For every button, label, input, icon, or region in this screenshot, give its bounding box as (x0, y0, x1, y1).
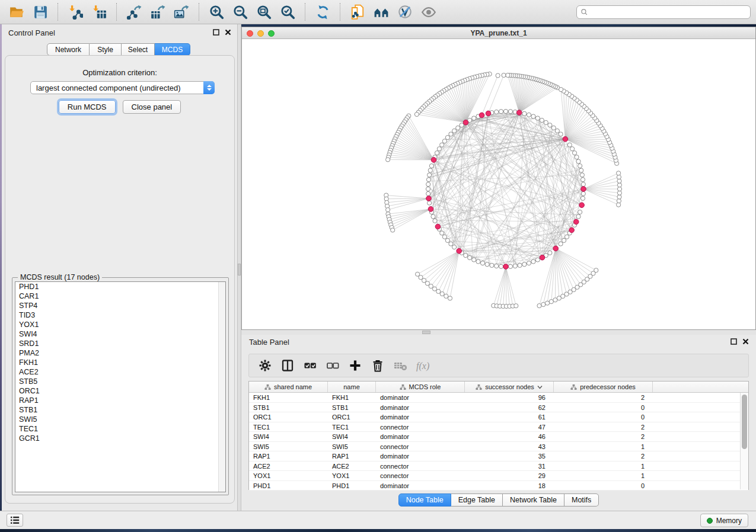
column-header-successor-nodes[interactable]: successor nodes (465, 382, 554, 392)
tab-select[interactable]: Select (122, 43, 155, 56)
column-type-icon (264, 384, 271, 390)
horizontal-splitter[interactable] (241, 330, 756, 335)
deselect-all-rows-button[interactable] (323, 356, 343, 375)
zoom-in-button[interactable] (208, 3, 225, 21)
table-row[interactable]: FKH1FKH1dominator962 (249, 393, 748, 403)
column-header-label: name (343, 383, 360, 390)
cell-name: TEC1 (328, 422, 376, 432)
vizmapper-toggle-button[interactable] (396, 3, 414, 21)
column-header-MCDS-role[interactable]: MCDS role (376, 382, 465, 392)
tab-style[interactable]: Style (90, 43, 122, 56)
cell-predecessor-nodes: 0 (554, 412, 653, 422)
table-row[interactable]: TEC1TEC1connector472 (249, 422, 748, 432)
mcds-result-node: STB1 (15, 405, 225, 415)
control-panel-float-button[interactable] (212, 28, 219, 36)
column-header-name[interactable]: name (328, 382, 376, 392)
export-network-button[interactable] (125, 3, 143, 21)
zoom-fit-button[interactable] (255, 3, 273, 21)
table-row[interactable]: SWI5SWI5connector431 (249, 442, 748, 452)
table-row[interactable]: RAP1RAP1dominator352 (249, 451, 748, 462)
search-input[interactable] (591, 7, 747, 18)
open-file-icon (9, 4, 24, 20)
import-table-button[interactable] (90, 3, 108, 21)
cell-successor-nodes: 96 (465, 393, 554, 402)
mcds-list-scrollbar[interactable] (218, 282, 225, 492)
table-row[interactable]: PHD1PHD1dominator180 (249, 481, 748, 491)
show-hide-button[interactable] (420, 3, 438, 21)
export-table-button[interactable] (149, 3, 167, 21)
column-type-icon (400, 384, 406, 390)
cell-name: PHD1 (328, 481, 376, 491)
create-column-button[interactable] (345, 356, 365, 375)
memory-button[interactable]: Memory (700, 514, 748, 527)
new-network-document-button[interactable] (349, 3, 366, 21)
table-row[interactable]: ORC1ORC1dominator610 (249, 412, 748, 422)
refresh-layout-button[interactable] (314, 3, 331, 21)
toggle-column-panel-button[interactable] (277, 356, 298, 375)
function-builder-icon: f(x) (416, 358, 430, 373)
network-graph[interactable] (242, 39, 755, 329)
splitter-grip[interactable] (422, 331, 430, 334)
table-row[interactable]: SWI4SWI4dominator462 (249, 432, 748, 442)
table-scrollbar-thumb[interactable] (742, 395, 747, 449)
splitter-grip[interactable] (238, 264, 241, 275)
mcds-result-node: ORC1 (15, 386, 225, 396)
tab-edge-table[interactable]: Edge Table (451, 493, 503, 507)
mcds-result-list[interactable]: PHD1CAR1STP4TID3YOX1SWI4SRD1PMA2FKH1ACE2… (15, 281, 226, 492)
close-panel-button[interactable]: Close panel (123, 100, 181, 114)
column-header-shared-name[interactable]: shared name (249, 382, 328, 392)
tab-node-table[interactable]: Node Table (398, 493, 451, 507)
network-canvas[interactable] (242, 39, 755, 329)
export-network-icon (126, 4, 142, 20)
mcds-result-node: GCR1 (15, 434, 225, 443)
zoom-out-button[interactable] (231, 3, 249, 21)
cell-predecessor-nodes: 0 (554, 481, 653, 491)
cell-shared-name: FKH1 (249, 393, 328, 402)
network-window-titlebar[interactable]: YPA_prune.txt_1 (242, 27, 755, 39)
cell-successor-nodes: 61 (465, 412, 554, 422)
cell-MCDS-role: connector (376, 462, 465, 471)
table-row[interactable]: YOX1YOX1connector291 (249, 471, 748, 481)
run-mcds-button[interactable]: Run MCDS (59, 100, 116, 114)
tab-mcds[interactable]: MCDS (155, 43, 190, 56)
mcds-result-node: PHD1 (15, 282, 225, 291)
cell-MCDS-role: connector (376, 471, 465, 480)
column-header-predecessor-nodes[interactable]: predecessor nodes (554, 382, 653, 392)
table-panel-title: Table Panel (249, 338, 289, 347)
tab-motifs[interactable]: Motifs (564, 493, 599, 507)
cell-predecessor-nodes: 2 (554, 393, 653, 402)
table-scrollbar[interactable] (740, 393, 748, 489)
export-image-button[interactable] (173, 3, 190, 21)
toolbar-separator (340, 3, 340, 21)
optimization-criterion-dropdown[interactable]: largest connected component (undirected) (30, 81, 215, 94)
cell-successor-nodes: 35 (465, 451, 554, 461)
delete-columns-icon (371, 358, 385, 373)
tab-network[interactable]: Network (47, 43, 90, 56)
save-session-button[interactable] (31, 3, 49, 21)
open-file-button[interactable] (8, 3, 25, 21)
tab-network-table[interactable]: Network Table (503, 493, 564, 507)
table-row[interactable]: STB1STB1dominator620 (249, 403, 748, 413)
new-network-document-icon (350, 4, 365, 20)
select-all-rows-icon (303, 358, 317, 373)
cell-predecessor-nodes: 1 (554, 442, 653, 451)
mcds-result-node: CAR1 (15, 291, 225, 301)
cell-shared-name: SWI5 (249, 442, 328, 451)
table-panel-float-button[interactable] (730, 338, 737, 345)
optimization-criterion-label: Optimization criterion: (5, 68, 234, 77)
close-icon (225, 29, 231, 36)
table-settings-gear-button[interactable] (255, 356, 275, 375)
cell-shared-name: PHD1 (249, 481, 328, 491)
network-search-box (576, 5, 751, 19)
select-all-rows-button[interactable] (300, 356, 320, 375)
vertical-splitter[interactable] (237, 24, 241, 511)
search-binoculars-button[interactable] (372, 3, 390, 21)
table-row[interactable]: ACE2ACE2connector311 (249, 462, 748, 472)
zoom-selected-button[interactable] (279, 3, 296, 21)
import-network-button[interactable] (66, 3, 84, 21)
delete-columns-button[interactable] (368, 356, 388, 375)
table-panel-close-button[interactable] (742, 338, 749, 345)
task-history-button[interactable] (7, 514, 23, 527)
control-panel-close-button[interactable] (224, 28, 231, 36)
mcds-result-node: PMA2 (15, 348, 225, 358)
